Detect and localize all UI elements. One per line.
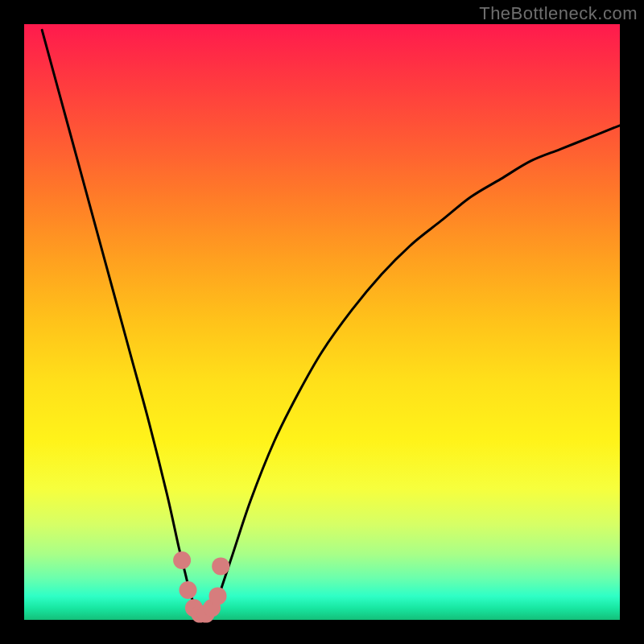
curve-layer: [24, 24, 620, 620]
marker-dot: [212, 557, 229, 575]
chart-frame: TheBottleneck.com: [0, 0, 644, 644]
watermark-text: TheBottleneck.com: [479, 3, 638, 24]
marker-dot: [180, 581, 197, 599]
plot-area: [24, 24, 620, 620]
marker-dot: [209, 587, 227, 605]
marker-dot: [173, 551, 191, 569]
bottleneck-curve: [42, 30, 620, 614]
